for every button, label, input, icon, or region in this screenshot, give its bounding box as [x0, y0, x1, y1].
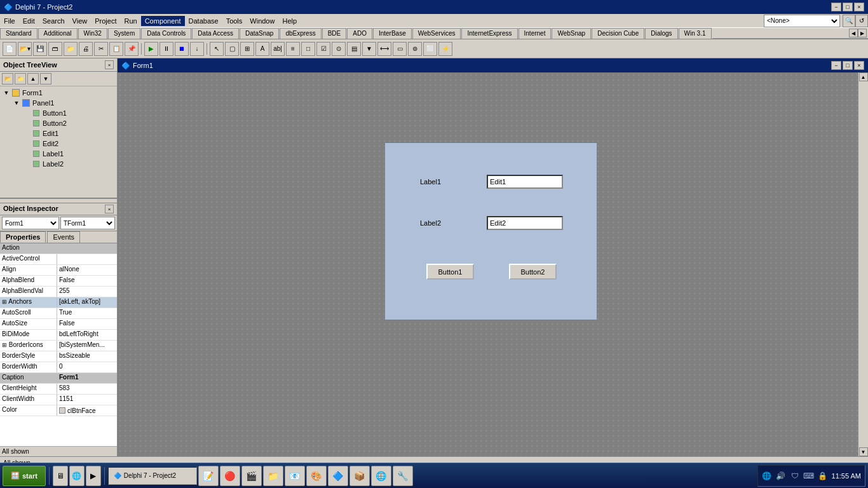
menu-view[interactable]: View — [69, 16, 92, 26]
toolbar-pause[interactable]: ⏸ — [159, 42, 173, 56]
tray-security[interactable]: 🛡 — [790, 471, 800, 481]
prop-activecontrol[interactable]: ActiveControl — [0, 254, 117, 265]
prop-anchors[interactable]: ⊞ Anchors [akLeft, akTop] — [0, 297, 117, 308]
menu-database[interactable]: Database — [185, 16, 222, 26]
toolbar-save-all[interactable]: 🗃 — [48, 42, 62, 56]
prop-align[interactable]: Align alNone — [0, 265, 117, 276]
toolbar-panel[interactable]: ⬜ — [423, 42, 437, 56]
tab-interbase[interactable]: InterBase — [373, 28, 412, 39]
menu-file[interactable]: File — [0, 16, 19, 26]
tray-volume[interactable]: 🔊 — [776, 471, 786, 481]
tab-data-access[interactable]: Data Access — [192, 28, 239, 39]
taskbar-app-box[interactable]: 📦 — [349, 466, 370, 486]
inspector-close[interactable]: × — [105, 205, 114, 214]
tab-win31[interactable]: Win 3.1 — [679, 28, 712, 39]
expand-panel1[interactable]: ▼ — [13, 99, 20, 107]
toolbar-stop[interactable]: ⏹ — [175, 42, 189, 56]
tab-websnap[interactable]: WebSnap — [552, 28, 591, 39]
maximize-button[interactable]: □ — [843, 3, 853, 11]
tab-additional[interactable]: Additional — [38, 28, 78, 39]
tab-datasnap[interactable]: DataSnap — [240, 28, 279, 39]
toolbar-scrollbar[interactable]: ⟷ — [377, 42, 391, 56]
toolbar-label[interactable]: A — [255, 42, 269, 56]
tab-win32[interactable]: Win32 — [78, 28, 107, 39]
panel-divider[interactable] — [0, 198, 117, 203]
dropdown-btn1[interactable]: 🔍 — [843, 15, 855, 27]
tree-move-down[interactable]: ▼ — [40, 73, 51, 85]
form-label2[interactable]: Label2 — [420, 219, 441, 227]
tray-antivirus[interactable]: 🔒 — [818, 471, 828, 481]
tab-internetexpress[interactable]: InternetExpress — [461, 28, 517, 39]
taskbar-app-folder[interactable]: 📁 — [263, 466, 283, 486]
toolbar-actionlist[interactable]: ⚡ — [438, 42, 452, 56]
toolbar-pointer[interactable]: ↖ — [210, 42, 224, 56]
taskbar-app-cinema[interactable]: 🎬 — [241, 466, 262, 486]
prop-alphablend[interactable]: AlphaBlend False — [0, 276, 117, 287]
prop-bordericons[interactable]: ⊞ BorderIcons [biSystemMen... — [0, 341, 117, 351]
taskbar-app-mail[interactable]: 📧 — [285, 466, 305, 486]
toolbar-listbox[interactable]: ▤ — [347, 42, 361, 56]
toolbar-cut[interactable]: ✂ — [94, 42, 108, 56]
tab-decision-cube[interactable]: Decision Cube — [592, 28, 644, 39]
menu-project[interactable]: Project — [91, 16, 120, 26]
form-panel1[interactable]: Label1 Label2 Edit1 Edit2 — [384, 142, 597, 320]
toolbar-frame[interactable]: ▢ — [225, 42, 239, 56]
dropdown-btn2[interactable]: ↺ — [855, 15, 868, 27]
taskbar-show-desktop[interactable]: 🖥 — [53, 466, 68, 486]
tree-node-edit2[interactable]: Edit2 — [20, 139, 117, 149]
toolbar-paste[interactable]: 📌 — [125, 42, 139, 56]
form-button1[interactable]: Button1 — [426, 264, 474, 280]
toolbar-radiogroup[interactable]: ⊚ — [408, 42, 422, 56]
tab-scroll-left[interactable]: ◀ — [849, 29, 858, 37]
scroll-down[interactable]: ▼ — [859, 447, 868, 456]
prop-borderstyle[interactable]: BorderStyle bsSizeable — [0, 351, 117, 362]
prop-alphablendval[interactable]: AlphaBlendVal 255 — [0, 287, 117, 297]
prop-borderwidth[interactable]: BorderWidth 0 — [0, 362, 117, 373]
taskbar-app-notepad[interactable]: 📝 — [198, 466, 219, 486]
toolbar-radio[interactable]: ⊙ — [332, 42, 346, 56]
taskbar-media[interactable]: ▶ — [86, 466, 101, 486]
menu-window[interactable]: Window — [246, 16, 278, 26]
toolbar-run[interactable]: ▶ — [144, 42, 158, 56]
tree-node-label1[interactable]: Label1 — [20, 149, 117, 159]
prop-autoscroll[interactable]: AutoScroll True — [0, 308, 117, 319]
minimize-button[interactable]: − — [831, 3, 841, 11]
toolbar-new[interactable]: 📄 — [3, 42, 17, 56]
vertical-scrollbar[interactable]: ▲ ▼ — [858, 72, 868, 456]
tree-collapse-all[interactable]: 📁 — [15, 73, 26, 85]
prop-bidimode[interactable]: BiDiMode bdLeftToRight — [0, 330, 117, 341]
toolbar-open-dropdown[interactable]: 📂▾ — [18, 42, 32, 56]
tree-node-label2[interactable]: Label2 — [20, 159, 117, 169]
prop-action[interactable]: Action — [0, 243, 117, 254]
tab-ado[interactable]: ADO — [347, 28, 372, 39]
tree-node-panel1[interactable]: ▼ Panel1 — [10, 98, 117, 108]
expand-form1[interactable]: ▼ — [3, 89, 10, 97]
menu-component[interactable]: Component — [141, 16, 185, 26]
form-label1[interactable]: Label1 — [420, 178, 441, 186]
tab-internet[interactable]: Internet — [519, 28, 552, 39]
toolbar-save[interactable]: 💾 — [33, 42, 47, 56]
prop-caption[interactable]: Caption Form1 — [0, 373, 117, 384]
tray-language[interactable]: ⌨ — [804, 471, 814, 481]
prop-clientheight[interactable]: ClientHeight 583 — [0, 384, 117, 395]
toolbar-select[interactable]: ⊞ — [240, 42, 254, 56]
taskbar-app-web[interactable]: 🌐 — [371, 466, 391, 486]
form-content[interactable]: Label1 Label2 Edit1 Edit2 — [118, 72, 868, 456]
form-close[interactable]: × — [854, 61, 864, 70]
menu-search[interactable]: Search — [39, 16, 69, 26]
tree-node-button1[interactable]: Button1 — [20, 108, 117, 118]
taskbar-app-paint[interactable]: 🎨 — [306, 466, 327, 486]
tree-node-button2[interactable]: Button2 — [20, 118, 117, 128]
menu-run[interactable]: Run — [120, 16, 140, 26]
tab-system[interactable]: System — [108, 28, 140, 39]
toolbar-memo[interactable]: ≡ — [286, 42, 300, 56]
prop-clientwidth[interactable]: ClientWidth 1151 — [0, 395, 117, 405]
toolbar-open[interactable]: 📁 — [64, 42, 78, 56]
toolbar-checkbox[interactable]: ☑ — [316, 42, 330, 56]
toolbar-button[interactable]: □ — [301, 42, 315, 56]
prop-color[interactable]: Color clBtnFace — [0, 405, 117, 416]
form-button2[interactable]: Button2 — [509, 264, 557, 280]
tab-properties[interactable]: Properties — [0, 231, 46, 243]
form-edit1[interactable]: Edit1 — [487, 175, 563, 189]
tree-node-edit1[interactable]: Edit1 — [20, 128, 117, 139]
